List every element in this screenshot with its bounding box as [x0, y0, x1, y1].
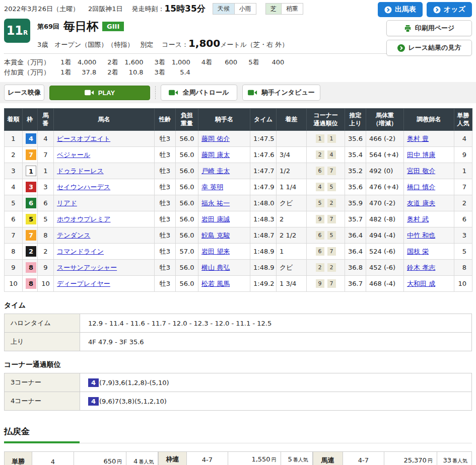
- interview-video-button[interactable]: 騎手インタビュー: [242, 85, 320, 101]
- popularity: 9: [454, 147, 472, 163]
- jockey-link[interactable]: 幸 英明: [201, 183, 223, 191]
- jockey-link[interactable]: 福永 祐一: [201, 199, 230, 207]
- jockey-link[interactable]: 松若 風馬: [201, 280, 230, 287]
- payout-table-win-place: 単勝 4 650円 4番人気 複勝 4 190円 4番人気 7 1,230円 9…: [4, 451, 158, 465]
- corner3-position: 6: [316, 247, 324, 256]
- waku-cell: 3: [23, 179, 38, 195]
- jockey-link[interactable]: 藤岡 康太: [201, 151, 230, 159]
- time-cell: 1:48.3: [250, 211, 277, 227]
- circle-arrow-icon: [433, 6, 441, 14]
- jockey-cell: 藤岡 康太: [198, 147, 250, 163]
- horse-link[interactable]: ピースオブエイト: [57, 135, 110, 142]
- payout-tables: 単勝 4 650円 4番人気 複勝 4 190円 4番人気 7 1,230円 9…: [4, 451, 472, 465]
- patrol-video-button[interactable]: 全周パトロール: [161, 85, 237, 101]
- popularity: 2: [454, 195, 472, 211]
- trainer-link[interactable]: 奥村 武: [407, 215, 429, 223]
- column-header: 着差: [277, 109, 307, 131]
- guide-button[interactable]: レース結果の見方: [386, 40, 472, 56]
- horse-link[interactable]: ホウオウプレミア: [57, 215, 110, 223]
- trainer-link[interactable]: 宮田 敬介: [407, 167, 435, 175]
- horse-link[interactable]: コマンドライン: [57, 248, 104, 255]
- additional-prize-items: 1着37.82着10.83着5.4: [60, 67, 201, 78]
- waku-cell: 6: [23, 195, 38, 211]
- jockey-link[interactable]: 戸崎 圭太: [201, 167, 230, 175]
- main-prize-items: 1着4,0002着1,6003着1,0004着6005着400: [60, 57, 295, 67]
- result-row: 2 7 7 ベジャール 牡3 56.0 藤岡 康太 1:47.6 3/4 24 …: [5, 147, 472, 163]
- wakuren-combo: 4-7: [186, 452, 228, 465]
- print-button[interactable]: 印刷用ページ: [386, 20, 472, 36]
- badge-value: 小雨: [234, 4, 256, 14]
- corner3-position: 6: [316, 231, 324, 240]
- odds-button[interactable]: オッズ: [427, 2, 472, 17]
- horse-link[interactable]: テンダンス: [57, 231, 91, 239]
- trainer-cell: 奥村 武: [404, 211, 454, 227]
- jockey-link[interactable]: 鮫島 克駿: [201, 231, 230, 239]
- waku-badge: 4: [26, 133, 36, 144]
- horse-name-cell: ディープレイヤー: [54, 276, 155, 292]
- finish-position: 9: [5, 260, 23, 276]
- horse-name-cell: テンダンス: [54, 227, 155, 244]
- last-3f: 35.7: [345, 211, 366, 227]
- printer-icon: [404, 25, 412, 32]
- badge-key: 天候: [213, 4, 234, 14]
- trainer-link[interactable]: 鈴木 孝志: [407, 264, 435, 271]
- shutsuba-button[interactable]: 出馬表: [378, 2, 423, 17]
- horse-link[interactable]: ドゥラドーレス: [57, 167, 104, 175]
- carried-weight: 56.0: [176, 195, 198, 211]
- result-row: 9 8 9 スーサンアッシャー 牡3 56.0 横山 典弘 1:48.9 クビ …: [5, 260, 472, 276]
- jockey-link[interactable]: 横山 典弘: [201, 264, 230, 271]
- sex-age: 牡3: [155, 131, 176, 147]
- column-header: 馬名: [54, 109, 155, 131]
- divider: [155, 86, 156, 99]
- play-button[interactable]: PLAY: [49, 86, 150, 100]
- column-header: 馬 番: [38, 109, 54, 131]
- jockey-cell: 横山 典弘: [198, 260, 250, 276]
- horse-link[interactable]: ディープレイヤー: [57, 280, 110, 287]
- column-header: タイム: [250, 109, 277, 131]
- tansho-label: 単勝: [5, 452, 32, 465]
- jockey-cell: 岩田 望来: [198, 244, 250, 260]
- horse-link[interactable]: ベジャール: [57, 151, 90, 159]
- trainer-link[interactable]: 国枝 栄: [407, 248, 429, 255]
- column-header: 馬体重 （増減）: [366, 109, 404, 131]
- trainer-link[interactable]: 田中 博康: [407, 151, 435, 159]
- race-date: 2022年3月26日（土曜）: [4, 5, 79, 14]
- horse-weight: 524 (-6): [366, 244, 404, 260]
- course-label: コース：: [162, 41, 188, 48]
- corner-order-cell: 65: [307, 227, 345, 244]
- jockey-link[interactable]: 岩田 康誠: [201, 215, 230, 223]
- umaren-amount: 25,370円: [384, 452, 437, 465]
- margin-cell: 1: [277, 244, 307, 260]
- trainer-link[interactable]: 友道 康夫: [407, 199, 435, 207]
- horse-link[interactable]: セイウンハーデス: [57, 183, 110, 191]
- prize-item: 1着4,000: [60, 58, 107, 66]
- corner4-position: 1: [327, 134, 336, 143]
- corner-order-cell: 22: [307, 260, 345, 276]
- trainer-link[interactable]: 中竹 和也: [407, 231, 435, 239]
- carried-weight: 56.0: [176, 131, 198, 147]
- jockey-link[interactable]: 岩田 望来: [201, 248, 230, 255]
- time-table: ハロンタイム 12.9 - 11.4 - 11.6 - 11.7 - 12.0 …: [4, 314, 472, 351]
- horse-link[interactable]: リアド: [57, 199, 77, 207]
- grade-badge: GIII: [102, 22, 124, 31]
- trainer-cell: 友道 康夫: [404, 195, 454, 211]
- jockey-link[interactable]: 藤岡 佑介: [201, 135, 230, 142]
- header-buttons: 出馬表 オッズ: [378, 2, 472, 17]
- last-3f: 35.4: [345, 147, 366, 163]
- trainer-link[interactable]: 奥村 豊: [407, 135, 429, 142]
- corner-order-cell: 97: [307, 211, 345, 227]
- column-header: 調教師名: [404, 109, 454, 131]
- race-video-button[interactable]: レース映像: [4, 85, 44, 101]
- trainer-cell: 大和田 成: [404, 276, 454, 292]
- trainer-link[interactable]: 橋口 慎介: [407, 183, 435, 191]
- margin-cell: クビ: [277, 195, 307, 211]
- horse-link[interactable]: スーサンアッシャー: [57, 264, 117, 271]
- corner-order-cell: 97: [307, 276, 345, 292]
- horse-name-cell: リアド: [54, 195, 155, 211]
- horse-weight: 482 (-8): [366, 211, 404, 227]
- condition-badge: 天候 小雨: [213, 3, 256, 15]
- waku-cell: 8: [23, 260, 38, 276]
- corner3-position: 9: [316, 215, 324, 223]
- trainer-link[interactable]: 大和田 成: [407, 280, 435, 287]
- wakuren-amount: 1,550円: [228, 452, 281, 465]
